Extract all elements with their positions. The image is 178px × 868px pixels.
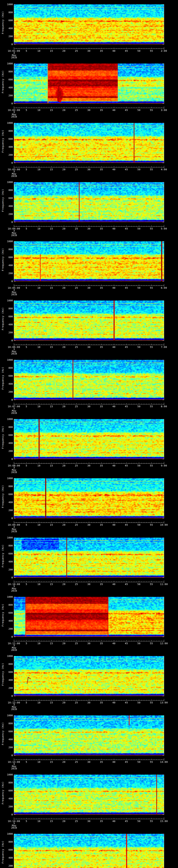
x-end-time-label: 2:00 <box>154 50 174 52</box>
date-label-line: 2016 <box>6 412 22 414</box>
y-tick-label: 800 <box>4 367 13 369</box>
y-tick-label: 1000 <box>4 240 13 243</box>
date-label-line: 2016 <box>6 116 22 118</box>
spectrogram-canvas <box>14 834 164 868</box>
spectrogram-panel: Frequency (Hz) 0200400600800100018:09:00… <box>0 474 178 533</box>
date-label-line: 2016 <box>6 471 22 473</box>
y-tick-label: 200 <box>4 450 13 453</box>
y-axis-title: Frequency (Hz) <box>1 130 4 153</box>
spectrogram-panel: Frequency (Hz) 0200400600800100018:11:00… <box>0 592 178 652</box>
date-label-line: 2016 <box>6 234 22 237</box>
y-tick-label: 600 <box>4 374 13 377</box>
y-tick-label: 400 <box>4 146 13 148</box>
y-tick-label: 1000 <box>4 536 13 539</box>
x-end-time-label: 13:00 <box>154 701 174 704</box>
spectrogram-canvas <box>14 241 164 281</box>
y-tick-label: 1000 <box>4 655 13 657</box>
y-tick-label: 1000 <box>4 181 13 184</box>
date-label-line: 2016 <box>6 649 22 651</box>
y-tick-label: 200 <box>4 35 13 38</box>
y-axis-title: Frequency (Hz) <box>1 248 4 271</box>
y-tick-label: 200 <box>4 687 13 689</box>
y-tick-label: 400 <box>4 86 13 89</box>
y-tick-label: 200 <box>4 153 13 156</box>
y-tick-label: 400 <box>4 27 13 30</box>
y-tick-label: 200 <box>4 213 13 215</box>
y-tick-label: 800 <box>4 11 13 14</box>
y-tick-label: 400 <box>4 856 13 859</box>
spectrogram-panel: Frequency (Hz) 0200400600800100018:03:00… <box>0 119 178 178</box>
spectrogram-canvas <box>14 64 164 103</box>
y-tick-label: 1000 <box>4 714 13 717</box>
x-end-time-label: 9:00 <box>154 464 174 467</box>
x-end-time-label: 3:00 <box>154 109 174 112</box>
y-tick-label: 800 <box>4 129 13 132</box>
y-tick-label: 0 <box>4 102 13 105</box>
y-tick-label: 800 <box>4 663 13 665</box>
spectrogram-canvas <box>14 715 164 755</box>
y-tick-label: 200 <box>4 568 13 571</box>
y-tick-label: 0 <box>4 576 13 579</box>
spectrogram-panel: Frequency (Hz) 0200400600800100018:10:00… <box>0 533 178 592</box>
y-tick-label: 0 <box>4 754 13 757</box>
y-tick-label: 0 <box>4 339 13 342</box>
y-tick-label: 800 <box>4 70 13 73</box>
spectrogram-canvas <box>14 301 164 340</box>
x-end-time-label: 12:00 <box>154 642 174 645</box>
y-tick-label: 800 <box>4 485 13 488</box>
y-tick-label: 200 <box>4 746 13 749</box>
x-end-time-label: 15:00 <box>154 820 174 823</box>
y-tick-label: 400 <box>4 501 13 504</box>
y-tick-label: 800 <box>4 781 13 784</box>
y-axis-title: Frequency (Hz) <box>1 603 4 626</box>
y-tick-label: 400 <box>4 797 13 800</box>
x-end-time-label: 7:00 <box>154 346 174 348</box>
x-end-time-label: 6:00 <box>154 286 174 289</box>
x-end-time-label: 4:00 <box>154 168 174 171</box>
date-label-line: 2016 <box>6 56 22 59</box>
y-tick-label: 200 <box>4 864 13 867</box>
x-end-time-label: 14:00 <box>154 761 174 763</box>
y-axis-title: Frequency (Hz) <box>1 663 4 686</box>
y-tick-label: 600 <box>4 848 13 851</box>
y-tick-label: 400 <box>4 679 13 681</box>
y-tick-label: 1000 <box>4 477 13 479</box>
y-tick-label: 600 <box>4 671 13 673</box>
y-tick-label: 400 <box>4 205 13 208</box>
y-axis-title: Frequency (Hz) <box>1 722 4 745</box>
date-label-line: 2016 <box>6 768 22 770</box>
y-axis-title: Frequency (Hz) <box>1 189 4 212</box>
spectrogram-canvas <box>14 775 164 814</box>
y-axis-title: Frequency (Hz) <box>1 781 4 804</box>
spectrogram-stack-page: { "page": {"background": "#000000", "wid… <box>0 0 178 868</box>
spectrogram-panel: Frequency (Hz) 0200400600800100018:15:00… <box>0 830 178 868</box>
y-tick-label: 200 <box>4 331 13 334</box>
y-tick-label: 200 <box>4 391 13 393</box>
y-tick-label: 1000 <box>4 773 13 776</box>
y-axis-title: Frequency (Hz) <box>1 841 4 864</box>
spectrogram-panel: Frequency (Hz) 0200400600800100018:14:00… <box>0 770 178 830</box>
date-label-line: 2016 <box>6 708 22 710</box>
x-end-time-label: 10:00 <box>154 523 174 526</box>
y-tick-label: 600 <box>4 434 13 436</box>
spectrogram-canvas <box>14 597 164 637</box>
y-axis-title: Frequency (Hz) <box>1 70 4 93</box>
y-tick-label: 800 <box>4 426 13 429</box>
y-tick-label: 600 <box>4 789 13 792</box>
y-axis-title: Frequency (Hz) <box>1 11 4 34</box>
y-tick-label: 600 <box>4 315 13 318</box>
spectrogram-panel: Frequency (Hz) 0200400600800100018:05:00… <box>0 237 178 296</box>
y-tick-label: 800 <box>4 722 13 725</box>
y-tick-label: 800 <box>4 603 13 606</box>
y-tick-label: 0 <box>4 694 13 698</box>
spectrogram-canvas <box>14 182 164 222</box>
spectrogram-panel: Frequency (Hz) 0200400600800100018:07:00… <box>0 355 178 415</box>
y-tick-label: 200 <box>4 805 13 808</box>
y-tick-label: 1000 <box>4 595 13 598</box>
y-tick-label: 400 <box>4 442 13 444</box>
y-tick-label: 600 <box>4 256 13 259</box>
y-axis-title: Frequency (Hz) <box>1 426 4 449</box>
y-tick-label: 0 <box>4 221 13 223</box>
spectrogram-canvas <box>14 419 164 459</box>
date-label-line: 2016 <box>6 175 22 177</box>
